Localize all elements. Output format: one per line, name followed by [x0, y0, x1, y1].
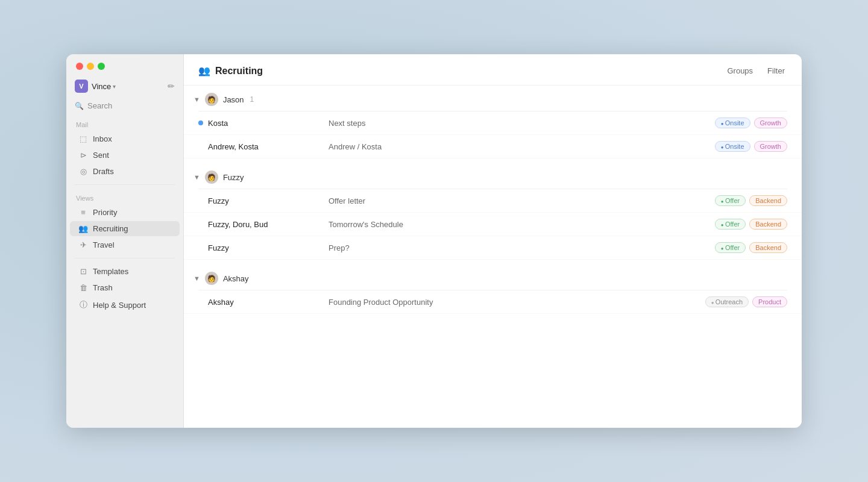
unread-dot: [198, 245, 203, 250]
travel-icon: ✈: [78, 240, 88, 249]
views-section-label: Views: [66, 190, 183, 204]
priority-icon: ≡: [78, 208, 88, 217]
section-spacer: [184, 158, 802, 163]
content-area: ▼ 🧑 Jason 1 Kosta Next steps OnsiteGrowt…: [184, 86, 802, 428]
row-subject: Prep?: [329, 243, 708, 252]
page-icon: 👥: [198, 65, 210, 77]
sent-label: Sent: [93, 151, 109, 160]
row-tags: OutreachProduct: [705, 296, 787, 307]
compose-button[interactable]: ✏: [168, 81, 175, 91]
group-avatar-fuzzy: 🧑: [205, 171, 218, 184]
sent-icon: ⊳: [78, 151, 88, 160]
trash-label: Trash: [93, 283, 113, 292]
chevron-down-icon: ▾: [113, 83, 116, 90]
group-avatar-jason: 🧑: [205, 93, 218, 106]
unread-dot: [198, 299, 203, 304]
tag-onsite: Onsite: [715, 141, 750, 152]
sidebar-item-help[interactable]: ⓘ Help & Support: [70, 296, 180, 313]
row-subject: Offer letter: [329, 196, 708, 205]
row-subject: Founding Product Opportunity: [329, 298, 698, 307]
tag-backend: Backend: [749, 219, 787, 230]
mail-section-label: Mail: [66, 116, 183, 131]
group-avatar-akshay: 🧑: [205, 272, 218, 285]
header-actions: Groups Filter: [725, 65, 787, 77]
sidebar-item-sent[interactable]: ⊳ Sent: [70, 148, 180, 163]
row-from: Fuzzy: [208, 196, 329, 205]
sidebar-item-travel[interactable]: ✈ Travel: [70, 237, 180, 252]
group-chevron-fuzzy: ▼: [193, 174, 200, 181]
main-header: 👥 Recruiting Groups Filter: [184, 54, 802, 86]
email-row[interactable]: Kosta Next steps OnsiteGrowth: [184, 111, 802, 135]
templates-icon: ⊡: [78, 267, 88, 276]
row-from: Andrew, Kosta: [208, 142, 329, 151]
tag-growth: Growth: [754, 141, 787, 152]
sidebar-item-templates[interactable]: ⊡ Templates: [70, 264, 180, 279]
page-title: Recruiting: [215, 66, 725, 77]
row-tags: OnsiteGrowth: [715, 141, 787, 152]
row-tags: OnsiteGrowth: [715, 117, 787, 128]
inbox-icon: ⬚: [78, 134, 88, 143]
tag-product: Product: [752, 296, 787, 307]
row-from: Fuzzy: [208, 243, 329, 252]
sidebar-item-inbox[interactable]: ⬚ Inbox: [70, 131, 180, 146]
recruiting-label: Recruiting: [93, 224, 128, 233]
help-label: Help & Support: [93, 301, 146, 310]
tag-outreach: Outreach: [705, 296, 749, 307]
unread-dot: [198, 120, 203, 125]
email-row[interactable]: Andrew, Kosta Andrew / Kosta OnsiteGrowt…: [184, 135, 802, 158]
user-profile[interactable]: V Vince ▾ ✏: [66, 76, 183, 99]
row-from: Akshay: [208, 298, 329, 307]
section-spacer: [184, 314, 802, 319]
tag-offer: Offer: [715, 195, 746, 206]
tag-offer: Offer: [715, 242, 746, 253]
travel-label: Travel: [93, 240, 115, 249]
tag-growth: Growth: [754, 117, 787, 128]
filter-button[interactable]: Filter: [765, 65, 787, 77]
divider-1: [75, 184, 175, 185]
main-content: 👥 Recruiting Groups Filter ▼ 🧑 Jason 1 K…: [184, 54, 802, 428]
divider-2: [75, 258, 175, 258]
close-button[interactable]: [76, 63, 83, 70]
titlebar: [66, 54, 183, 76]
section-spacer: [184, 260, 802, 264]
trash-icon: 🗑: [78, 283, 88, 292]
group-count-jason: 1: [250, 95, 254, 104]
search-row[interactable]: 🔍 Search: [66, 99, 183, 116]
maximize-button[interactable]: [98, 63, 105, 70]
minimize-button[interactable]: [87, 63, 94, 70]
email-row[interactable]: Fuzzy Prep? OfferBackend: [184, 236, 802, 260]
templates-label: Templates: [93, 267, 128, 276]
unread-dot: [198, 144, 203, 149]
unread-dot: [198, 198, 203, 203]
sidebar-item-priority[interactable]: ≡ Priority: [70, 205, 180, 220]
app-window: V Vince ▾ ✏ 🔍 Search Mail ⬚ Inbox ⊳ Sent…: [66, 54, 802, 428]
group-name-fuzzy: Fuzzy: [223, 173, 244, 182]
row-from: Fuzzy, Doru, Bud: [208, 220, 329, 229]
inbox-label: Inbox: [93, 134, 112, 143]
group-header-jason[interactable]: ▼ 🧑 Jason 1: [184, 86, 802, 111]
groups-button[interactable]: Groups: [725, 65, 755, 77]
drafts-icon: ◎: [78, 167, 88, 176]
group-header-fuzzy[interactable]: ▼ 🧑 Fuzzy: [184, 163, 802, 189]
row-tags: OfferBackend: [715, 242, 787, 253]
priority-label: Priority: [93, 208, 117, 217]
email-row[interactable]: Akshay Founding Product Opportunity Outr…: [184, 290, 802, 314]
unread-dot: [198, 222, 203, 227]
search-icon: 🔍: [75, 102, 84, 110]
tag-onsite: Onsite: [715, 117, 750, 128]
row-from: Kosta: [208, 119, 329, 128]
drafts-label: Drafts: [93, 167, 114, 176]
email-row[interactable]: Fuzzy Offer letter OfferBackend: [184, 189, 802, 213]
user-name: Vince ▾: [92, 82, 116, 91]
group-chevron-jason: ▼: [193, 96, 200, 103]
email-row[interactable]: Fuzzy, Doru, Bud Tomorrow's Schedule Off…: [184, 213, 802, 236]
sidebar-item-recruiting[interactable]: 👥 Recruiting: [70, 221, 180, 236]
group-name-akshay: Akshay: [223, 274, 249, 283]
help-icon: ⓘ: [78, 299, 88, 310]
sidebar-item-drafts[interactable]: ◎ Drafts: [70, 164, 180, 179]
tag-offer: Offer: [715, 219, 746, 230]
sidebar-item-trash[interactable]: 🗑 Trash: [70, 280, 180, 295]
group-header-akshay[interactable]: ▼ 🧑 Akshay: [184, 264, 802, 290]
search-label: Search: [87, 101, 112, 110]
recruiting-icon: 👥: [78, 224, 88, 233]
